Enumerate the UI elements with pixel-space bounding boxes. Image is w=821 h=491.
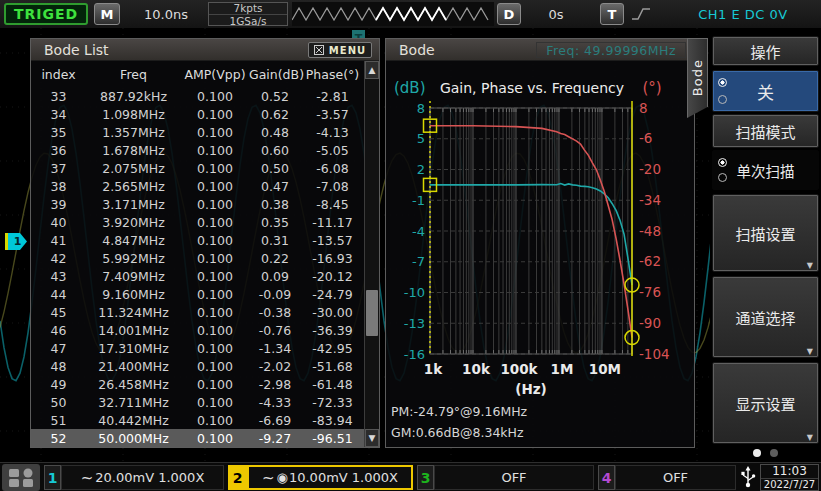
table-row[interactable]: 351.357MHz0.1000.48-4.13 bbox=[31, 123, 364, 141]
table-row[interactable]: 437.409MHz0.1000.09-20.12 bbox=[31, 267, 364, 285]
table-cell: 0.100 bbox=[181, 431, 249, 446]
channel-3-settings[interactable]: OFF bbox=[434, 465, 594, 490]
channel-1-button[interactable]: 1 bbox=[44, 465, 61, 490]
scroll-down-button[interactable]: ▼ bbox=[365, 429, 379, 447]
radio-selected-icon bbox=[718, 158, 727, 167]
delay-d-button[interactable]: D bbox=[497, 3, 521, 25]
table-cell: -2.81 bbox=[301, 89, 364, 104]
softkey-label: 关 bbox=[757, 79, 774, 104]
table-cell: 0.100 bbox=[181, 341, 249, 356]
waveform-preview[interactable] bbox=[292, 2, 494, 26]
channel-3-button[interactable]: 3 bbox=[417, 465, 434, 490]
table-cell: 40 bbox=[31, 215, 86, 230]
trigger-t-button[interactable]: T bbox=[600, 3, 624, 25]
table-cell: 32.711MHz bbox=[86, 395, 181, 410]
table-row[interactable]: 425.992MHz0.1000.22-16.93 bbox=[31, 249, 364, 267]
column-header: AMP(Vpp) bbox=[181, 67, 249, 82]
table-cell: 0.100 bbox=[181, 143, 249, 158]
table-cell: -2.02 bbox=[249, 359, 301, 374]
table-cell: 50.000MHz bbox=[86, 431, 181, 446]
table-cell: 14.001MHz bbox=[86, 323, 181, 338]
table-cell: 0.100 bbox=[181, 287, 249, 302]
channel-2-button[interactable]: 2 bbox=[228, 465, 247, 490]
radio-indicator bbox=[718, 151, 727, 189]
bode-list-title: Bode List bbox=[44, 42, 109, 58]
table-row[interactable]: 5032.711MHz0.100-4.33-72.33 bbox=[31, 393, 364, 411]
clock: 11:03 2022/7/27 bbox=[760, 464, 819, 491]
table-cell: 0.100 bbox=[181, 197, 249, 212]
table-cell: 17.310MHz bbox=[86, 341, 181, 356]
menu-button[interactable]: MENU bbox=[308, 42, 372, 58]
menu-m-button[interactable]: M bbox=[94, 3, 120, 25]
page-dot[interactable] bbox=[770, 449, 778, 457]
table-cell: 21.400MHz bbox=[86, 359, 181, 374]
channel-1-settings[interactable]: ~20.00mV 1.000X bbox=[61, 465, 224, 490]
table-cell: -4.33 bbox=[249, 395, 301, 410]
table-cell: 0.100 bbox=[181, 395, 249, 410]
svg-text:(Hz): (Hz) bbox=[515, 381, 547, 397]
table-cell: -9.27 bbox=[249, 431, 301, 446]
table-cell: 49 bbox=[31, 377, 86, 392]
table-row[interactable]: 4511.324MHz0.100-0.38-30.00 bbox=[31, 303, 364, 321]
table-row[interactable]: 403.920MHz0.1000.35-11.17 bbox=[31, 213, 364, 231]
softkey-6[interactable]: 通道选择▼ bbox=[712, 276, 819, 358]
table-cell: -6.69 bbox=[249, 413, 301, 428]
softkey-2[interactable]: 关 bbox=[712, 70, 819, 112]
table-cell: -5.05 bbox=[301, 143, 364, 158]
table-cell: 0.35 bbox=[249, 215, 301, 230]
page-dot[interactable] bbox=[753, 449, 761, 457]
table-row[interactable]: 4717.310MHz0.100-1.34-42.95 bbox=[31, 339, 364, 357]
svg-text:-13: -13 bbox=[404, 316, 425, 331]
bode-window-tab[interactable]: Bode bbox=[687, 38, 708, 118]
table-row[interactable]: 5140.442MHz0.100-6.69-83.94 bbox=[31, 411, 364, 429]
scroll-up-button[interactable]: ▲ bbox=[365, 61, 379, 79]
column-header: Freq bbox=[86, 67, 181, 82]
table-row[interactable]: 414.847MHz0.1000.31-13.57 bbox=[31, 231, 364, 249]
table-row[interactable]: 393.171MHz0.1000.38-8.45 bbox=[31, 195, 364, 213]
svg-text:-62: -62 bbox=[639, 253, 661, 269]
table-row[interactable]: 361.678MHz0.1000.60-5.05 bbox=[31, 141, 364, 159]
scrollbar-thumb[interactable] bbox=[366, 290, 378, 336]
table-cell: 2.565MHz bbox=[86, 179, 181, 194]
table-row[interactable]: 4614.001MHz0.100-0.76-36.39 bbox=[31, 321, 364, 339]
table-cell: 0.100 bbox=[181, 161, 249, 176]
softkey-4[interactable]: 单次扫描 bbox=[712, 150, 819, 190]
table-cell: 0.47 bbox=[249, 179, 301, 194]
table-cell: -42.95 bbox=[301, 341, 364, 356]
table-row[interactable]: 4926.458MHz0.100-2.98-61.48 bbox=[31, 375, 364, 393]
table-cell: 34 bbox=[31, 107, 86, 122]
table-cell: 0.52 bbox=[249, 89, 301, 104]
zigzag-waveform-icon bbox=[292, 2, 494, 26]
channel-4-settings[interactable]: OFF bbox=[615, 465, 736, 490]
table-cell: 0.100 bbox=[181, 89, 249, 104]
submenu-chevron-icon: ▼ bbox=[807, 433, 813, 442]
svg-text:(°): (°) bbox=[642, 79, 661, 97]
desktop-grid-button[interactable] bbox=[2, 464, 40, 491]
channel-4-button[interactable]: 4 bbox=[598, 465, 615, 490]
softkey-7[interactable]: 显示设置▼ bbox=[712, 362, 819, 444]
svg-text:-6: -6 bbox=[639, 130, 652, 146]
channel-2-settings[interactable]: ~◉10.00mV 1.000X bbox=[247, 465, 413, 490]
svg-text:-48: -48 bbox=[639, 223, 661, 239]
bode-tab-label: Bode bbox=[690, 59, 705, 96]
table-cell: 0.31 bbox=[249, 233, 301, 248]
timebase-readout: 10.0ns bbox=[124, 3, 208, 25]
table-row[interactable]: 449.160MHz0.100-0.09-24.79 bbox=[31, 285, 364, 303]
scrollbar[interactable]: ▲ ▼ bbox=[364, 61, 379, 447]
channel-value-text: 10.00mV 1.000X bbox=[289, 470, 398, 485]
softkey-5[interactable]: 扫描设置▼ bbox=[712, 194, 819, 272]
date-readout: 2022/7/27 bbox=[761, 478, 818, 491]
table-row[interactable]: 382.565MHz0.1000.47-7.08 bbox=[31, 177, 364, 195]
table-cell: -0.38 bbox=[249, 305, 301, 320]
table-cell: 43 bbox=[31, 269, 86, 284]
table-row[interactable]: 4821.400MHz0.100-2.02-51.68 bbox=[31, 357, 364, 375]
table-row[interactable]: 341.098MHz0.1000.62-3.57 bbox=[31, 105, 364, 123]
table-row[interactable]: 33887.92kHz0.1000.52-2.81 bbox=[31, 87, 364, 105]
svg-text:Gain, Phase vs. Frequency: Gain, Phase vs. Frequency bbox=[440, 80, 624, 96]
table-row[interactable]: 5250.000MHz0.100-9.27-96.51 bbox=[31, 429, 364, 447]
table-row[interactable]: 372.075MHz0.1000.50-6.08 bbox=[31, 159, 364, 177]
softkey-3[interactable]: 扫描模式 bbox=[712, 114, 819, 148]
table-cell: 0.50 bbox=[249, 161, 301, 176]
softkey-label: 扫描模式 bbox=[735, 121, 795, 142]
softkey-1[interactable]: 操作 bbox=[712, 36, 819, 66]
